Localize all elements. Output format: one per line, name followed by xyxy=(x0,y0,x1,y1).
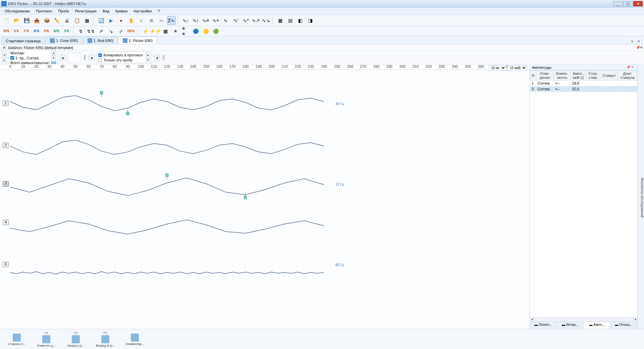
plot-area[interactable]: 0102030405060708090100110120130140150160… xyxy=(0,64,530,329)
edit-icon[interactable]: ✏️ xyxy=(52,16,61,25)
collapse-left-icon[interactable]: ◂ xyxy=(2,53,7,57)
tab-Стартовая страница[interactable]: Стартовая страница xyxy=(1,37,45,44)
stim-color-1-icon[interactable]: 🔵 xyxy=(191,27,200,36)
menu-Настройки[interactable]: Настройки xyxy=(131,8,154,14)
panel-pin-icon[interactable]: 📌 xyxy=(627,65,631,69)
montage-check[interactable] xyxy=(10,56,14,60)
cursor-3-icon[interactable]: ↗ xyxy=(97,27,105,36)
hscrollbar[interactable]: ◂ ▸ xyxy=(530,317,637,321)
panel-close-icon[interactable]: ✕ xyxy=(631,65,635,69)
status-Назад в гр...[interactable]: F5Назад в гр... xyxy=(62,331,90,348)
table-row[interactable]: 1Cornea+--18,0 xyxy=(530,81,637,86)
stop-icon[interactable]: ⏹ xyxy=(147,16,156,25)
average-icon[interactable]: Σ∿ xyxy=(167,16,176,25)
side-tab-0[interactable]: ▬ Латент... xyxy=(530,322,557,329)
inspector-tab[interactable]: Инспектор обследований xyxy=(637,64,644,329)
table-icon[interactable]: ▦ xyxy=(83,16,91,25)
amplitude-table[interactable]: NОтве-денияКомпо-нентыАмпл.,мкВ (/)Стор.… xyxy=(530,70,637,317)
pause-icon[interactable]: ⏸ xyxy=(137,16,146,25)
open-icon[interactable]: 📂 xyxy=(12,16,21,25)
channel-label-5[interactable]: 5 xyxy=(3,262,9,267)
marker-f-icon[interactable]: F↯ xyxy=(22,27,31,36)
new-exam-icon[interactable]: 📄 xyxy=(2,16,11,25)
export-icon[interactable]: 📤 xyxy=(32,16,41,25)
marker-s2-icon[interactable]: S↯ xyxy=(62,27,71,36)
close-button[interactable]: ✕ xyxy=(633,1,643,6)
wave-tool-9-icon[interactable]: ∿↘ xyxy=(262,16,270,25)
status-Комментар...[interactable]: Комментар... xyxy=(121,332,149,346)
template-pin-icon[interactable]: 📌 xyxy=(636,46,640,49)
nav-prev-icon[interactable]: ◂ xyxy=(60,55,66,61)
marker-h-icon[interactable]: H↯ xyxy=(42,27,51,36)
nav-prev2-icon[interactable]: ◂ xyxy=(89,55,95,61)
copy-protocol-check[interactable] xyxy=(98,53,102,57)
col-header[interactable]: Ампл.,мкВ (/) xyxy=(571,71,586,81)
play-icon[interactable]: ▶ xyxy=(107,16,115,25)
menu-Вид[interactable]: Вид xyxy=(100,8,112,14)
side-tab-3[interactable]: ▬ Отнош... xyxy=(610,322,637,329)
channel-label-2[interactable]: 2 xyxy=(3,143,9,148)
wave-tool-1-icon[interactable]: ∿↓ xyxy=(181,16,190,25)
status-Пометить д...[interactable]: F4Пометить д... xyxy=(32,331,60,348)
stim-color-3-icon[interactable]: 🟢 xyxy=(211,27,220,36)
channel-label-4[interactable]: 4 xyxy=(3,220,9,225)
grid-icon[interactable]: ▦ xyxy=(276,16,284,25)
menu-?[interactable]: ? xyxy=(155,8,162,14)
save-icon[interactable]: 💾 xyxy=(22,16,31,25)
cursor-5-icon[interactable]: ⤢ xyxy=(117,27,125,36)
col-header[interactable]: Длит.стимула xyxy=(618,71,637,81)
reject-icon[interactable]: ⏮ xyxy=(157,16,166,25)
menu-Проба[interactable]: Проба xyxy=(55,8,71,14)
table-row[interactable]: 3Cornea+--32,0 xyxy=(530,86,637,92)
grid2-icon[interactable]: ▤ xyxy=(286,16,294,25)
channel-label-3[interactable]: 3 xyxy=(3,181,9,187)
copy-down-icon[interactable]: ▾ xyxy=(146,58,150,62)
marker-m-icon[interactable]: M↯ xyxy=(2,27,11,36)
cursor-1-icon[interactable]: ↯ xyxy=(76,27,85,36)
marker-s-icon[interactable]: S↯ xyxy=(12,27,21,36)
template-close-icon[interactable]: ✕ xyxy=(1,45,7,50)
copy-only-check[interactable] xyxy=(98,58,102,62)
package-icon[interactable]: 📦 xyxy=(42,16,51,25)
side-tab-2[interactable]: ▬ Ампл... xyxy=(584,322,610,329)
wave-tool-5-icon[interactable]: ∿ xyxy=(221,16,230,25)
marker-m2-icon[interactable]: M↯ xyxy=(32,27,41,36)
maximize-button[interactable]: ▢ xyxy=(623,1,633,6)
waveform-chart[interactable]: 130 Гц2312 Гц4560 Гц xyxy=(0,70,530,329)
copy-up-icon[interactable]: ▴ xyxy=(146,53,150,57)
cursor-2-icon[interactable]: ↯↯ xyxy=(87,27,95,36)
expand-left-icon[interactable]: ▸ xyxy=(2,58,7,63)
print-icon[interactable]: 🖨 xyxy=(62,16,71,25)
minimize-button[interactable]: _ xyxy=(613,1,623,6)
wave-tool-6-icon[interactable]: ∿' xyxy=(231,16,240,25)
reload-icon[interactable]: 🔄 xyxy=(97,16,105,25)
tab-1. Flicker ERG[interactable]: 1. Flicker ERG xyxy=(118,37,157,44)
page-next-icon[interactable]: ◨ xyxy=(306,16,315,25)
status-Вперед в гр...[interactable]: F6Вперед в гр... xyxy=(91,331,119,348)
cursor-4-icon[interactable]: ↘ xyxy=(107,27,115,36)
report-icon[interactable]: 📋 xyxy=(72,16,81,25)
template-x-icon[interactable]: ✕ xyxy=(640,46,643,49)
nav-prev3-icon[interactable]: ◂ xyxy=(154,55,160,61)
stim-flash-1-icon[interactable]: ☀ xyxy=(171,27,180,36)
menu-Регистрация[interactable]: Регистрация xyxy=(72,8,99,14)
montage-up-icon[interactable]: ▴ xyxy=(51,51,56,55)
side-tab-1[interactable]: ▬ Интер... xyxy=(557,322,584,329)
stim-2-icon[interactable]: ⚡⚡ xyxy=(151,27,160,36)
stim-color-2-icon[interactable]: 🟡 xyxy=(201,27,210,36)
marker-m3-icon[interactable]: M↯ xyxy=(52,27,61,36)
page-prev-icon[interactable]: ◧ xyxy=(296,16,305,25)
stim-pattern-icon[interactable]: ▩ xyxy=(161,27,170,36)
stim-flash-2-icon[interactable]: ☀☀ xyxy=(181,27,190,36)
col-header[interactable]: N xyxy=(530,71,536,81)
wave-tool-8-icon[interactable]: ∿↗ xyxy=(252,16,260,25)
tab-1. Cone ERG[interactable]: 1. Cone ERG xyxy=(46,37,82,44)
menu-Протокол[interactable]: Протокол xyxy=(33,8,55,14)
wave-tool-3-icon[interactable]: ∿≡ xyxy=(201,16,210,25)
record-icon[interactable]: ● xyxy=(117,16,125,25)
col-header[interactable]: Стимул xyxy=(600,71,618,81)
tabs-dropdown-icon[interactable]: ▾ xyxy=(631,39,636,44)
montage-down-icon[interactable]: ▾ xyxy=(51,56,56,60)
tab-1. Rod ERG[interactable]: 1. Rod ERG xyxy=(83,37,118,44)
amp-scale-select[interactable]: 15 мкВ xyxy=(507,65,527,71)
